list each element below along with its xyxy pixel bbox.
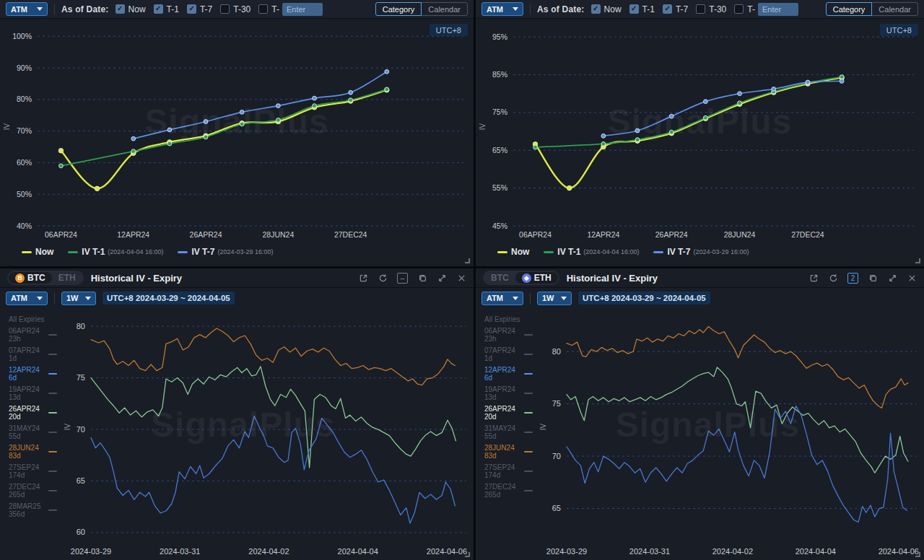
as-of-checkbox-t-7[interactable]: T-7 <box>187 4 212 14</box>
structure-type-select[interactable]: ATM <box>6 292 48 305</box>
legend-series-name: Now <box>35 247 53 257</box>
legend-series-name: Now <box>511 247 529 257</box>
asset-toggle-btc[interactable]: BBTC <box>9 272 52 284</box>
checkbox-checked-icon[interactable] <box>154 4 163 14</box>
as-of-checkbox-now[interactable]: Now <box>116 4 146 14</box>
svg-text:85%: 85% <box>492 70 507 79</box>
expiry-item[interactable]: 31MAY24 55d <box>484 424 538 441</box>
expiry-item[interactable]: 27DEC24 265d <box>484 483 538 499</box>
checkbox-checked-icon[interactable] <box>116 4 125 14</box>
legend-item-now[interactable]: Now <box>497 247 529 257</box>
as-of-checkbox-t-[interactable]: T- <box>734 4 755 14</box>
expiry-item[interactable]: 19APR24 13d <box>9 385 62 402</box>
refresh-icon[interactable] <box>828 273 838 283</box>
historical-iv-toolbar: ATM 1W UTC+8 2024-03-29 ~ 2024-04-05 <box>0 288 474 308</box>
expiry-item[interactable]: 27SEP24 174d <box>9 463 62 480</box>
expiry-item[interactable]: 27DEC24 265d <box>9 483 62 499</box>
expiry-item[interactable]: 07APR24 1d <box>9 346 62 363</box>
copy-icon[interactable] <box>868 273 878 283</box>
legend-item-iv-t-7[interactable]: IV T-7(2024-03-29 16:00) <box>653 247 749 257</box>
expiry-item[interactable]: 26APR24 20d <box>484 405 538 421</box>
date-range-label[interactable]: UTC+8 2024-03-29 ~ 2024-04-05 <box>578 292 710 305</box>
checkbox-label: T- <box>271 4 279 14</box>
as-of-checkbox-now[interactable]: Now <box>591 4 622 14</box>
layer-count-badge[interactable]: – <box>397 273 408 284</box>
refresh-icon[interactable] <box>378 273 388 283</box>
svg-text:90%: 90% <box>17 64 32 72</box>
checkbox-label: T-1 <box>167 4 179 14</box>
expiry-item[interactable]: 12APR24 6d <box>484 366 538 382</box>
as-of-checkbox-t-30[interactable]: T-30 <box>696 4 726 14</box>
period-select[interactable]: 1W <box>61 292 96 305</box>
asset-toggle-btc[interactable]: BTC <box>484 272 515 284</box>
expand-icon[interactable] <box>887 273 897 283</box>
asset-toggle-eth[interactable]: ETH <box>52 272 82 284</box>
expand-icon[interactable] <box>437 273 447 283</box>
checkbox-checked-icon[interactable] <box>629 4 639 14</box>
expiry-item[interactable]: 07APR24 1d <box>484 346 538 363</box>
checkbox-checked-icon[interactable] <box>663 4 672 14</box>
expiry-item[interactable]: 27SEP24 174d <box>484 463 538 480</box>
open-in-new-icon[interactable] <box>358 273 368 283</box>
period-select[interactable]: 1W <box>537 292 572 305</box>
as-of-checkbox-t-30[interactable]: T-30 <box>220 4 250 14</box>
t-custom-days-input[interactable]: Enter <box>758 3 798 16</box>
close-icon[interactable] <box>456 273 466 283</box>
checkbox-checked-icon[interactable] <box>187 4 196 14</box>
expiry-item[interactable]: 06APR24 23h <box>9 327 62 344</box>
svg-text:2024-03-29: 2024-03-29 <box>546 547 587 556</box>
term-structure-svg[interactable]: 100%90%80%70%60%50%40%06APR2412APR2426AP… <box>0 19 474 242</box>
resize-handle[interactable] <box>915 552 920 557</box>
expiry-item[interactable]: 28JUN24 83d <box>9 444 62 460</box>
historical-iv-chart[interactable]: SignalPlus 80757065602024-03-292024-03-3… <box>62 308 474 560</box>
structure-type-select[interactable]: ATM <box>481 2 523 16</box>
term-structure-chart[interactable]: SignalPlus UTC+8 95%85%75%65%55%45%06APR… <box>476 19 924 242</box>
date-range-label[interactable]: UTC+8 2024-03-29 ~ 2024-04-05 <box>103 292 235 305</box>
term-structure-chart[interactable]: SignalPlus UTC+8 100%90%80%70%60%50%40%0… <box>0 19 474 242</box>
expiry-item[interactable]: 19APR24 13d <box>484 385 538 402</box>
expiry-item[interactable]: 31MAY24 55d <box>9 424 62 441</box>
layer-count-badge[interactable]: 2 <box>847 273 858 284</box>
open-in-new-icon[interactable] <box>808 273 819 283</box>
legend-item-now[interactable]: Now <box>22 247 53 257</box>
view-toggle-category[interactable]: Category <box>826 2 873 16</box>
view-toggle-calendar[interactable]: Calendar <box>421 2 468 16</box>
checkbox-unchecked-icon[interactable] <box>258 4 268 14</box>
expiry-label: 12APR24 6d <box>484 366 522 382</box>
checkbox-unchecked-icon[interactable] <box>220 4 230 14</box>
historical-iv-svg[interactable]: 80757065602024-03-292024-03-312024-04-02… <box>62 308 474 560</box>
expiry-item[interactable]: 06APR24 23h <box>484 327 538 344</box>
as-of-checkbox-t-[interactable]: T- <box>258 4 279 14</box>
checkbox-checked-icon[interactable] <box>591 4 601 14</box>
expiry-item[interactable]: 26APR24 20d <box>9 405 62 421</box>
copy-icon[interactable] <box>417 273 427 283</box>
resize-handle[interactable] <box>915 258 920 263</box>
as-of-checkbox-t-1[interactable]: T-1 <box>629 4 655 14</box>
view-toggle-calendar[interactable]: Calendar <box>871 2 918 16</box>
historical-iv-svg[interactable]: 807570652024-03-292024-03-312024-04-0220… <box>538 308 924 560</box>
expiry-item[interactable]: 28MAR25 356d <box>9 502 62 519</box>
expiry-item[interactable]: 28JUN24 83d <box>484 444 538 460</box>
as-of-checkbox-t-1[interactable]: T-1 <box>154 4 179 14</box>
svg-text:26APR24: 26APR24 <box>655 230 688 239</box>
expiry-item[interactable]: All Expiries <box>9 315 62 324</box>
legend-item-iv-t-1[interactable]: IV T-1(2024-04-04 16:00) <box>544 247 639 257</box>
term-structure-svg[interactable]: 95%85%75%65%55%45%06APR2412APR2426APR242… <box>476 19 924 242</box>
checkbox-unchecked-icon[interactable] <box>696 4 705 14</box>
historical-iv-chart[interactable]: SignalPlus 807570652024-03-292024-03-312… <box>538 308 924 560</box>
as-of-checkbox-t-7[interactable]: T-7 <box>663 4 688 14</box>
checkbox-unchecked-icon[interactable] <box>734 4 744 14</box>
structure-type-select[interactable]: ATM <box>6 2 48 16</box>
structure-type-select[interactable]: ATM <box>481 292 523 305</box>
legend-item-iv-t-1[interactable]: IV T-1(2024-04-04 16:00) <box>68 247 163 257</box>
t-custom-days-input[interactable]: Enter <box>282 3 323 16</box>
legend-item-iv-t-7[interactable]: IV T-7(2024-03-29 16:00) <box>178 247 273 257</box>
view-toggle-category[interactable]: Category <box>375 2 422 16</box>
svg-text:IV: IV <box>3 123 11 130</box>
close-icon[interactable] <box>907 273 917 283</box>
resize-handle[interactable] <box>465 552 470 557</box>
resize-handle[interactable] <box>465 258 470 263</box>
asset-toggle-eth[interactable]: ◆ETH <box>515 272 558 284</box>
expiry-item[interactable]: All Expiries <box>484 315 538 324</box>
expiry-item[interactable]: 12APR24 6d <box>9 366 62 382</box>
